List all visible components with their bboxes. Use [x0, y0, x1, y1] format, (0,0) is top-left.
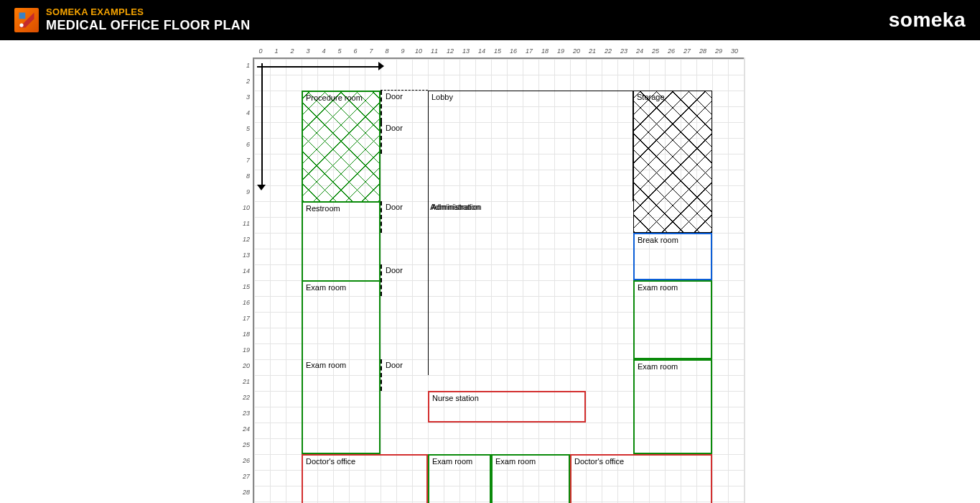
room-label: Nurse station	[432, 394, 479, 402]
brand-label: SOMEKA EXAMPLES	[46, 6, 251, 18]
room-label: Restroom	[306, 204, 340, 213]
room-label: Storage	[637, 93, 665, 101]
room-exam-right-2: Exam room	[633, 359, 712, 454]
door-edge	[381, 201, 382, 233]
room-doctor-right: Doctor's office	[570, 454, 712, 503]
room-exam-right-1: Exam room	[633, 280, 712, 359]
room-exam-left-2: Exam room	[302, 359, 381, 454]
grid-canvas: Procedure roomLobbyStorageRestroomAdmini…	[254, 59, 744, 503]
door-label: Door	[383, 203, 403, 211]
room-label: Exam room	[306, 361, 346, 369]
room-label: Exam room	[495, 457, 536, 466]
wordmark: someka	[889, 9, 966, 32]
room-doctor-left: Doctor's office	[302, 454, 428, 503]
ruler-y: 1234567891011121314151617181920212223242…	[237, 57, 253, 503]
door-label: Door	[383, 266, 403, 274]
room-break-room: Break room	[633, 233, 712, 280]
arrow-horizontal-icon	[257, 62, 383, 70]
svg-rect-0	[19, 13, 26, 19]
door-edge	[381, 264, 382, 296]
header-titles: SOMEKA EXAMPLES MEDICAL OFFICE FLOOR PLA…	[46, 6, 251, 33]
room-procedure-room: Procedure room	[302, 91, 381, 201]
room-label: Doctor's office	[306, 457, 355, 466]
svg-point-1	[19, 23, 23, 27]
room-label: Doctor's office	[574, 457, 624, 466]
room-label: Exam room	[638, 283, 678, 292]
door-label: Door	[383, 124, 403, 132]
door-edge	[381, 122, 382, 154]
room-restroom: Restroom	[302, 201, 381, 249]
door-label: Door	[383, 92, 403, 101]
room-label: Exam room	[306, 283, 346, 292]
room-restroom2	[302, 249, 381, 280]
room-exam-bottom-2: Exam room	[491, 454, 570, 503]
grid: Procedure roomLobbyStorageRestroomAdmini…	[253, 57, 745, 503]
logo-icon	[14, 8, 39, 32]
room-nurse-station: Nurse station	[428, 391, 586, 423]
room-exam-left-1: Exam room	[302, 280, 381, 359]
admin-label: Administration	[430, 203, 480, 211]
room-label: Exam room	[638, 362, 678, 371]
room-label: Exam room	[432, 457, 472, 466]
arrow-vertical-icon	[257, 63, 266, 189]
page-title: MEDICAL OFFICE FLOOR PLAN	[46, 18, 251, 34]
door-label: Door	[383, 361, 403, 369]
header: SOMEKA EXAMPLES MEDICAL OFFICE FLOOR PLA…	[0, 0, 980, 40]
room-lobby: Lobby	[428, 91, 633, 201]
floor-plan: 0123456789101112131415161718192021222324…	[0, 40, 980, 503]
door-edge	[381, 359, 382, 391]
room-exam-bottom-1: Exam room	[428, 454, 491, 503]
room-label: Lobby	[431, 93, 453, 101]
door-edge	[381, 91, 382, 122]
room-label: Break room	[638, 236, 678, 244]
room-label: Procedure room	[306, 93, 363, 102]
dashed-wall	[381, 90, 428, 91]
header-left: SOMEKA EXAMPLES MEDICAL OFFICE FLOOR PLA…	[14, 6, 251, 33]
wordmark-text: someka	[889, 9, 966, 31]
ruler-x: 0123456789101112131415161718192021222324…	[253, 47, 742, 57]
